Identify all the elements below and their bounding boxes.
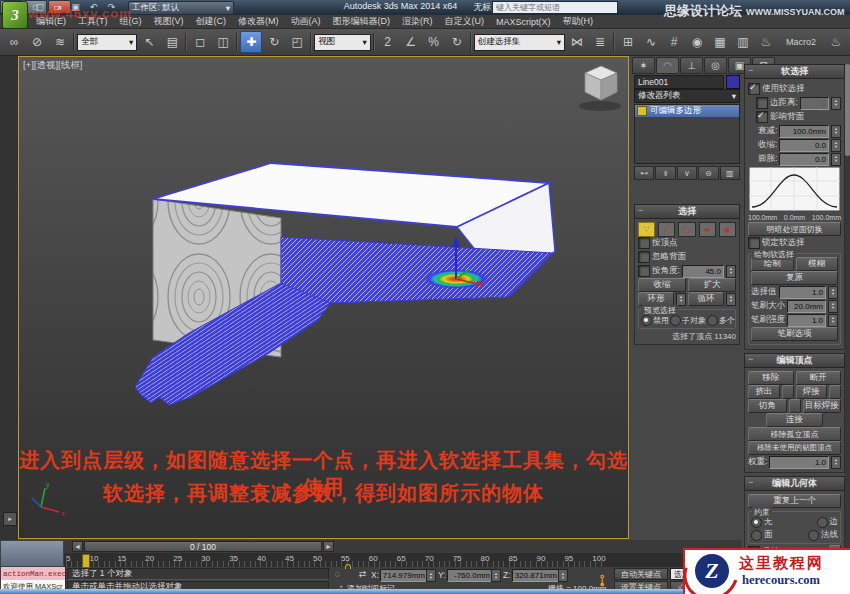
preview-subobj-radio[interactable]	[670, 315, 681, 326]
unlink-selection-icon[interactable]: ⊘	[26, 31, 48, 53]
scrollbar-thumb[interactable]	[845, 64, 850, 156]
revert-button[interactable]: 复原	[751, 271, 838, 285]
subobject-polygon-icon[interactable]: ▰	[699, 222, 716, 237]
falloff-spinner[interactable]	[831, 125, 841, 138]
select-and-scale-icon[interactable]: ◰	[286, 31, 308, 53]
by-vertex-checkbox[interactable]	[638, 237, 650, 249]
y-coordinate-field[interactable]: -760.0mm	[447, 569, 493, 582]
x-spinner[interactable]	[426, 569, 436, 582]
break-button[interactable]: 断开	[796, 371, 842, 385]
rollout-scrollbar[interactable]	[845, 64, 850, 592]
z-coordinate-field[interactable]: 320.871mm	[512, 569, 560, 582]
by-angle-field[interactable]: 45.0	[682, 265, 724, 278]
brush-options-button[interactable]: 笔刷选项	[751, 327, 838, 341]
subobject-border-icon[interactable]: ▢	[678, 222, 695, 237]
selection-rollout-header[interactable]: 选择	[634, 204, 740, 219]
chamfer-settings-button[interactable]	[789, 399, 801, 413]
lock-soft-selection-checkbox[interactable]	[748, 237, 760, 249]
ignore-backfacing-checkbox[interactable]	[638, 251, 650, 263]
y-spinner[interactable]	[491, 569, 501, 582]
edge-distance-spinner[interactable]	[831, 97, 841, 110]
menu-item[interactable]: 图形编辑器(D)	[327, 15, 397, 28]
grow-button[interactable]: 扩大	[688, 278, 736, 292]
3dsmax-logo[interactable]: 3	[2, 1, 28, 29]
macro-button[interactable]: Macro2	[778, 33, 824, 51]
chamfer-button[interactable]: 切角	[748, 399, 787, 413]
render-setup-icon[interactable]: ▦	[709, 31, 731, 53]
subobject-element-icon[interactable]: ◆	[719, 222, 736, 237]
extrude-button[interactable]: 挤出	[748, 385, 780, 399]
select-object-icon[interactable]: ↖	[138, 31, 160, 53]
render-production-icon[interactable]: ♨	[755, 31, 777, 53]
isolate-selection-icon[interactable]: ◌	[331, 568, 344, 580]
viewcube[interactable]	[579, 66, 621, 111]
extrude-settings-button[interactable]	[782, 385, 794, 399]
stack-row-editable-poly[interactable]: 可编辑多边形	[635, 105, 739, 117]
material-editor-icon[interactable]: ◉	[686, 31, 708, 53]
weight-field[interactable]: 1.0	[769, 456, 829, 469]
named-selection-sets-dropdown[interactable]: 创建选择集 ▾	[474, 34, 565, 51]
weight-spinner[interactable]	[831, 456, 841, 469]
perspective-viewport[interactable]: [+][透视][线框]	[18, 56, 629, 539]
tab-motion-icon[interactable]: ◎	[704, 57, 727, 74]
menu-item[interactable]: 动画(A)	[285, 15, 327, 28]
loop-button[interactable]: 循环	[688, 292, 724, 306]
percent-snap-icon[interactable]: %	[423, 31, 445, 53]
modifier-stack[interactable]: 可编辑多边形	[634, 104, 740, 164]
constraint-face-radio[interactable]	[751, 530, 762, 541]
object-name-field[interactable]: Line001	[634, 75, 724, 89]
constraint-normal-radio[interactable]	[808, 530, 819, 541]
reference-coordinate-dropdown[interactable]: 视图 ▾	[314, 34, 370, 51]
pinch-field[interactable]: 0.0	[779, 139, 829, 152]
menu-item[interactable]: MAXScript(X)	[490, 17, 557, 27]
strip-expand-icon[interactable]: ▸	[3, 512, 17, 526]
subobject-edge-icon[interactable]: ╱	[658, 222, 675, 237]
menu-item[interactable]: 创建(C)	[190, 15, 233, 28]
preview-off-radio[interactable]	[641, 315, 652, 326]
auto-key-button[interactable]: 自动关键点	[614, 568, 668, 580]
preview-multi-radio[interactable]	[707, 315, 718, 326]
select-and-link-icon[interactable]: ∞	[3, 31, 25, 53]
angle-snap-icon[interactable]: ∠	[400, 31, 422, 53]
bind-to-space-warp-icon[interactable]: ≋	[49, 31, 71, 53]
viewport-label[interactable]: [+][透视][线框]	[23, 59, 82, 72]
render-teapot-icon[interactable]: ♨	[825, 31, 847, 53]
next-frame-icon[interactable]: ►	[323, 541, 334, 552]
previous-frame-icon[interactable]: ◄	[72, 541, 83, 552]
shrink-button[interactable]: 收缩	[638, 278, 686, 292]
absolute-relative-coords-icon[interactable]: ⇄	[356, 568, 369, 580]
layer-manager-icon[interactable]: ⊞	[617, 31, 639, 53]
schematic-view-icon[interactable]: #	[663, 31, 685, 53]
use-soft-selection-checkbox[interactable]	[748, 83, 760, 95]
edit-vertices-rollout-header[interactable]: 编辑顶点	[744, 353, 845, 368]
selection-value-field[interactable]: 1.0	[779, 286, 827, 299]
pin-stack-icon[interactable]: ⊷	[634, 166, 654, 180]
remove-unused-map-verts-button[interactable]: 移除未使用的贴图顶点	[748, 441, 841, 455]
subobject-vertex-icon[interactable]: ∵	[638, 222, 655, 237]
z-spinner[interactable]	[558, 569, 568, 582]
selection-filter-dropdown[interactable]: 全部 ▾	[77, 34, 137, 51]
track-bar[interactable]: 5101520253035404550556065707580859095100	[64, 553, 742, 567]
edge-distance-field[interactable]: 1	[800, 97, 829, 110]
x-coordinate-field[interactable]: 714.979mm	[380, 569, 428, 582]
select-and-move-icon[interactable]: ✚	[240, 31, 262, 53]
menu-item[interactable]: 自定义(U)	[439, 15, 491, 28]
tab-modify-icon[interactable]: ◠	[656, 57, 679, 74]
ring-spinner[interactable]	[676, 293, 686, 306]
select-and-rotate-icon[interactable]: ↻	[263, 31, 285, 53]
target-weld-button[interactable]: 目标焊接	[803, 399, 842, 413]
time-slider-value[interactable]: 0 / 100	[84, 541, 322, 552]
remove-button[interactable]: 移除	[748, 371, 794, 385]
show-end-result-icon[interactable]: ‖	[655, 166, 675, 180]
object-color-swatch[interactable]	[726, 75, 740, 89]
menu-item[interactable]: 视图(V)	[148, 15, 190, 28]
make-unique-icon[interactable]: ∨	[677, 166, 697, 180]
edge-distance-checkbox[interactable]	[756, 97, 768, 109]
spinner-snap-icon[interactable]: ↻	[446, 31, 468, 53]
selection-value-spinner[interactable]	[828, 286, 838, 299]
brush-strength-field[interactable]: 1.0	[787, 314, 826, 327]
connect-button[interactable]: 连接	[766, 413, 823, 427]
by-angle-spinner[interactable]	[726, 265, 736, 278]
weld-button[interactable]: 焊接	[796, 385, 828, 399]
constraint-none-radio[interactable]	[751, 517, 762, 528]
